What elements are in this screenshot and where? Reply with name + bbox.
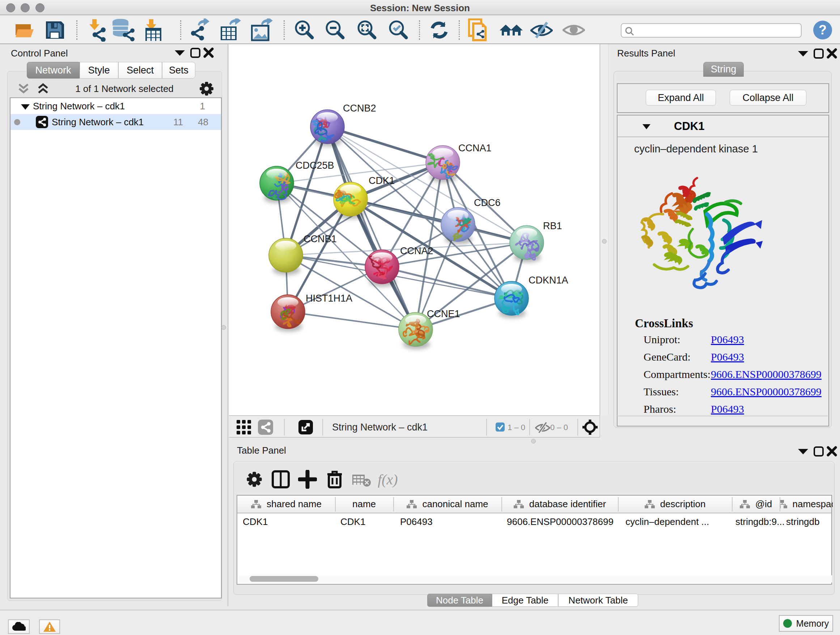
svg-text:CDKN1A: CDKN1A (529, 275, 568, 286)
svg-text:CDK1: CDK1 (369, 175, 395, 186)
svg-text:RB1: RB1 (543, 220, 562, 231)
svg-text:CCNA1: CCNA1 (458, 143, 492, 154)
svg-text:HIST1H1A: HIST1H1A (306, 293, 352, 304)
svg-text:CCNB2: CCNB2 (343, 103, 376, 114)
svg-text:?: ? (819, 22, 827, 37)
svg-text:CCNB1: CCNB1 (303, 233, 337, 244)
svg-text:CDC6: CDC6 (474, 197, 501, 208)
svg-text:CCNA2: CCNA2 (400, 245, 433, 256)
svg-text:CDC25B: CDC25B (295, 160, 334, 171)
svg-text:CCNE1: CCNE1 (427, 309, 460, 319)
